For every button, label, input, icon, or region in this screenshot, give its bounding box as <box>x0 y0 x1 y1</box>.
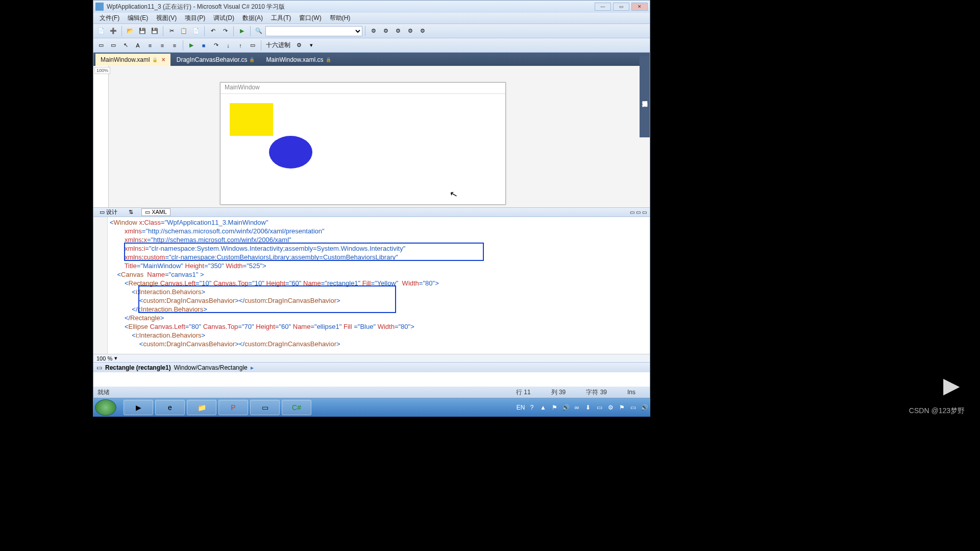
find-combo[interactable] <box>265 26 362 36</box>
tool-icon[interactable]: ⚙ <box>368 26 379 37</box>
menu-file[interactable]: 文件(F) <box>95 13 124 23</box>
tool-icon[interactable]: ⚙ <box>380 26 391 37</box>
separator <box>204 26 205 36</box>
redo-icon[interactable]: ↷ <box>219 26 231 37</box>
undo-icon[interactable]: ↶ <box>207 26 218 37</box>
new-project-icon[interactable]: 📄 <box>95 26 107 37</box>
close-button[interactable]: ✕ <box>631 3 648 11</box>
step-icon[interactable]: ▭ <box>247 40 258 51</box>
stop-icon[interactable]: ■ <box>198 40 209 51</box>
tab-mainwindow-cs[interactable]: MainWindow.xaml.cs 🔒 <box>261 54 336 66</box>
volume-icon[interactable]: 🔊 <box>561 403 570 412</box>
xaml-editor[interactable]: <Window x:Class="WpfApplication11_3.Main… <box>93 217 650 354</box>
zoom-dropdown-icon[interactable]: ▾ <box>114 355 117 362</box>
taskbar-powerpoint-icon[interactable]: P <box>218 400 248 415</box>
design-surface[interactable]: MainWindow ↖ <box>109 66 650 207</box>
tray-icon[interactable]: ∞ <box>573 403 581 412</box>
menu-window[interactable]: 窗口(W) <box>295 13 325 23</box>
help-icon[interactable]: ? <box>528 403 536 412</box>
debug-icon[interactable]: A <box>132 40 143 51</box>
debug-icon[interactable]: ▭ <box>95 40 107 51</box>
taskbar-ie-icon[interactable]: e <box>155 400 185 415</box>
menu-tools[interactable]: 工具(T) <box>267 13 295 23</box>
tab-label: DragInCanvasBehavior.cs <box>177 56 248 63</box>
step-out-icon[interactable]: ↑ <box>235 40 246 51</box>
pane-buttons[interactable]: ▭ ▭ ▭ <box>630 209 647 215</box>
separator <box>365 26 365 36</box>
solution-explorer-dock[interactable]: 解决方案资源管理器 <box>640 56 650 137</box>
document-tabs: MainWindow.xaml 🔒 × DragInCanvasBehavior… <box>93 53 650 66</box>
wpf-preview-window[interactable]: MainWindow <box>220 82 506 205</box>
debug-icon[interactable]: ▭ <box>108 40 119 51</box>
tab-mainwindow-xaml[interactable]: MainWindow.xaml 🔒 × <box>95 54 170 66</box>
tray-icon[interactable]: ⚑ <box>550 403 558 412</box>
taskbar-explorer-icon[interactable]: 📁 <box>187 400 216 415</box>
swap-panes-button[interactable]: ⇅ <box>126 209 136 215</box>
tool-icon[interactable]: ⚙ <box>405 26 416 37</box>
zoom-value[interactable]: 100 % <box>96 355 112 362</box>
debug-icon[interactable]: ≡ <box>144 40 156 51</box>
tray-icon[interactable]: ⚑ <box>618 403 626 412</box>
open-icon[interactable]: 📂 <box>125 26 136 37</box>
separator <box>183 40 183 51</box>
paste-icon[interactable]: 📄 <box>190 26 202 37</box>
debug-icon[interactable]: ⚙ <box>293 40 305 51</box>
code-text[interactable]: <Window x:Class="WpfApplication11_3.Main… <box>108 217 441 354</box>
breadcrumb-path[interactable]: Window/Canvas/Rectangle <box>174 364 248 371</box>
language-indicator[interactable]: EN <box>517 403 525 412</box>
save-icon[interactable]: 💾 <box>137 26 148 37</box>
cut-icon[interactable]: ✂ <box>166 26 177 37</box>
hex-label[interactable]: 十六进制 <box>264 41 292 50</box>
taskbar-media-player-icon[interactable]: ▶ <box>124 400 153 415</box>
editor-zoom-bar: 100 % ▾ <box>93 354 650 362</box>
start-debug-icon[interactable]: ▶ <box>236 26 248 37</box>
tab-behavior-cs[interactable]: DragInCanvasBehavior.cs 🔒 <box>172 54 260 66</box>
step-into-icon[interactable]: ↓ <box>223 40 234 51</box>
tray-icon[interactable]: ▭ <box>629 403 637 412</box>
debug-icon[interactable]: ≡ <box>169 40 180 51</box>
menu-edit[interactable]: 编辑(E) <box>124 13 152 23</box>
tray-icon[interactable]: ▭ <box>595 403 603 412</box>
breadcrumb-arrow-icon[interactable]: ▸ <box>251 364 254 371</box>
copy-icon[interactable]: 📋 <box>178 26 189 37</box>
tool-icon[interactable]: ⚙ <box>417 26 428 37</box>
breadcrumb-selected[interactable]: Rectangle (rectangle1) <box>105 364 171 371</box>
minimize-button[interactable]: — <box>595 3 611 11</box>
step-over-icon[interactable]: ↷ <box>210 40 222 51</box>
taskbar-app-icon[interactable]: ▭ <box>250 400 280 415</box>
design-tab[interactable]: ▭ 设计 <box>96 208 120 216</box>
tray-icon[interactable]: ▲ <box>539 403 547 412</box>
volume-icon[interactable]: 🔊 <box>640 403 648 412</box>
breadcrumb-icon: ▭ <box>96 364 102 371</box>
status-col: 列 39 <box>551 388 566 397</box>
tray-icon[interactable]: ⬇ <box>584 403 592 412</box>
menu-project[interactable]: 项目(P) <box>181 13 209 23</box>
add-item-icon[interactable]: ➕ <box>108 26 119 37</box>
taskbar-csharp-icon[interactable]: C# <box>282 400 311 415</box>
lock-icon: 🔒 <box>249 57 255 62</box>
title-bar[interactable]: WpfApplication11_3 (正在运行) - Microsoft Vi… <box>93 1 650 13</box>
rectangle-yellow[interactable] <box>230 103 273 136</box>
maximize-button[interactable]: ▭ <box>613 3 629 11</box>
tool-icon[interactable]: ⚙ <box>393 26 404 37</box>
menu-debug[interactable]: 调试(D) <box>209 13 238 23</box>
lock-icon: 🔒 <box>152 57 158 62</box>
xaml-tab[interactable]: ▭ XAML <box>141 208 170 216</box>
start-button[interactable] <box>95 399 116 416</box>
window-title: WpfApplication11_3 (正在运行) - Microsoft Vi… <box>107 3 595 11</box>
debug-dropdown-icon[interactable]: ▾ <box>306 40 317 51</box>
tab-close-icon[interactable]: × <box>162 56 165 63</box>
find-icon[interactable]: 🔍 <box>253 26 264 37</box>
toolbar-main: 📄 ➕ 📂 💾 💾 ✂ 📋 📄 ↶ ↷ ▶ 🔍 ⚙ ⚙ ⚙ ⚙ ⚙ <box>93 24 650 38</box>
ellipse-blue[interactable] <box>269 136 312 169</box>
continue-icon[interactable]: ▶ <box>186 40 197 51</box>
menu-view[interactable]: 视图(V) <box>152 13 181 23</box>
status-char: 字符 39 <box>586 388 607 397</box>
menu-data[interactable]: 数据(A) <box>238 13 267 23</box>
tray-icon[interactable]: ⚙ <box>606 403 615 412</box>
menu-help[interactable]: 帮助(H) <box>326 13 355 23</box>
save-all-icon[interactable]: 💾 <box>149 26 160 37</box>
zoom-ruler[interactable]: 100% <box>93 66 109 207</box>
debug-icon[interactable]: ≡ <box>157 40 168 51</box>
pointer-icon[interactable]: ↖ <box>120 40 131 51</box>
